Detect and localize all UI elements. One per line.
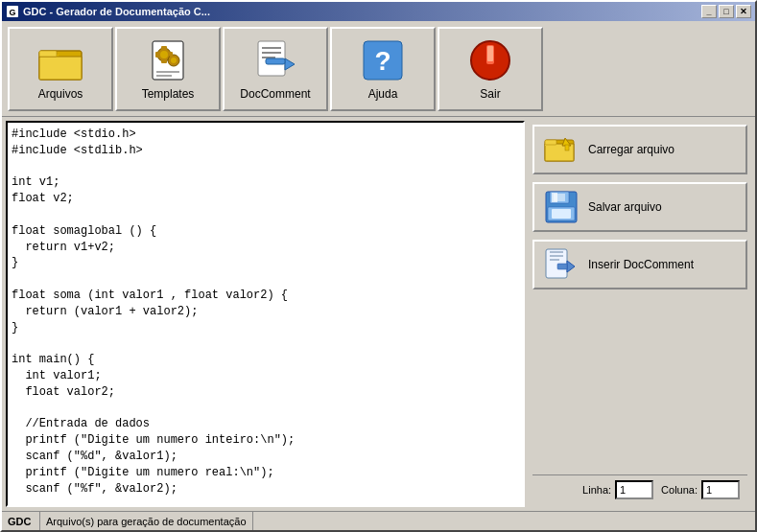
toolbar-templates-label: Templates [142,87,195,101]
save-icon [544,190,579,224]
carregar-arquivo-label: Carregar arquivo [588,143,674,156]
app-icon: G [6,5,19,18]
status-app-name: GDC [2,512,40,530]
svg-rect-37 [565,145,569,150]
maximize-button[interactable]: □ [719,5,734,18]
folder-icon [37,37,83,83]
svg-rect-42 [552,209,571,219]
inserir-doccomment-button[interactable]: Inserir DocComment [532,240,747,289]
coluna-input[interactable] [701,480,740,499]
svg-rect-35 [545,140,556,145]
carregar-arquivo-button[interactable]: Carregar arquivo [532,125,747,174]
svg-marker-25 [285,58,295,70]
svg-rect-31 [487,46,493,61]
toolbar-doccomment-button[interactable]: DocComment [223,27,328,111]
svg-marker-48 [567,261,575,272]
salvar-arquivo-button[interactable]: Salvar arquivo [532,182,747,232]
svg-rect-22 [262,47,281,49]
toolbar-templates-button[interactable]: Templates [115,27,221,111]
window-title: GDC - Gerador de Documentação C... [23,6,210,17]
help-icon: ? [360,37,406,83]
title-bar: G GDC - Gerador de Documentação C... _ □… [2,2,755,21]
exit-icon [467,37,513,83]
svg-rect-18 [170,52,173,58]
toolbar-doccomment-label: DocComment [240,87,310,101]
insert-icon [544,247,579,282]
doccomment-icon [252,37,298,83]
main-window: G GDC - Gerador de Documentação C... _ □… [0,0,757,532]
bottom-bar: Linha: Coluna: [532,474,747,503]
right-panel: Carregar arquivo Salvar arquivo [525,117,755,511]
toolbar-arquivos-label: Arquivos [38,87,83,101]
svg-rect-26 [266,58,285,64]
salvar-arquivo-label: Salvar arquivo [588,200,662,214]
svg-marker-33 [545,144,574,161]
linha-label: Linha: [582,484,611,496]
svg-rect-8 [39,51,57,57]
coluna-field: Coluna: [661,480,740,499]
code-editor[interactable]: #include <stdio.h> #include <stdlib.h> i… [6,121,525,507]
minimize-button[interactable]: _ [701,5,717,18]
svg-rect-15 [161,46,167,49]
svg-rect-17 [155,52,158,58]
svg-rect-16 [161,60,167,63]
right-spacer [532,297,747,467]
svg-text:G: G [9,8,15,17]
toolbar-ajuda-button[interactable]: ? Ajuda [330,27,436,111]
svg-rect-46 [550,255,563,257]
svg-rect-47 [550,259,559,261]
templates-icon [145,37,191,83]
close-button[interactable]: ✕ [736,5,751,18]
svg-rect-49 [557,264,567,269]
toolbar: Arquivos Templates [2,21,755,117]
svg-rect-43 [554,194,565,201]
linha-input[interactable] [615,480,653,499]
status-message: Arquivo(s) para geração de documentação [40,512,253,530]
coluna-label: Coluna: [661,484,698,496]
content-area: #include <stdio.h> #include <stdlib.h> i… [2,117,755,511]
svg-marker-6 [39,57,82,80]
title-bar-buttons: _ □ ✕ [701,5,751,18]
linha-field: Linha: [582,480,653,499]
svg-point-12 [160,51,168,58]
open-folder-icon [544,132,579,167]
toolbar-arquivos-button[interactable]: Arquivos [8,27,113,111]
status-bar: GDC Arquivo(s) para geração de documenta… [2,511,755,530]
title-bar-text: G GDC - Gerador de Documentação C... [6,5,210,18]
svg-text:?: ? [374,46,390,76]
inserir-doccomment-label: Inserir DocComment [588,258,694,271]
toolbar-sair-label: Sair [480,87,500,101]
toolbar-sair-button[interactable]: Sair [438,27,543,111]
svg-rect-23 [262,52,281,54]
svg-rect-45 [550,251,563,253]
svg-point-14 [171,58,177,63]
toolbar-ajuda-label: Ajuda [368,87,398,101]
